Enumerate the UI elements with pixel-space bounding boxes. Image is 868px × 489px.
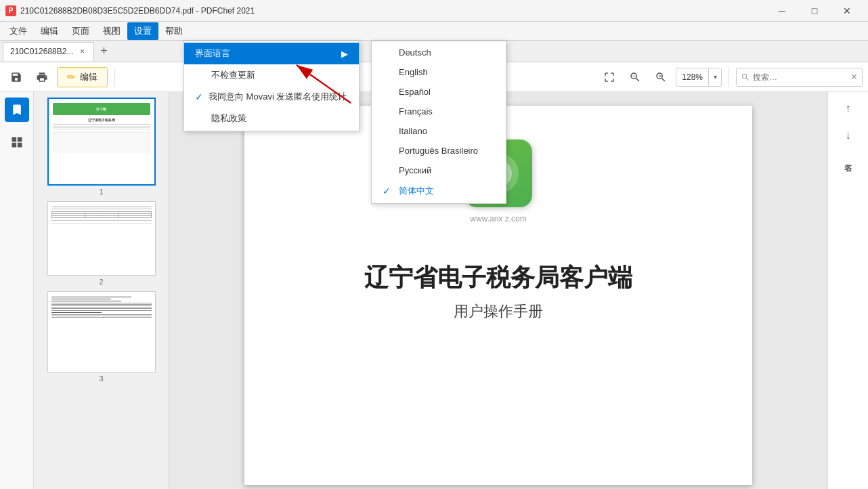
menu-file[interactable]: 文件 [3, 22, 34, 40]
lang-en-label: English [399, 67, 428, 77]
edit-icon: ✏ [67, 71, 76, 83]
menu-edit[interactable]: 编辑 [34, 22, 65, 40]
edit-label: 编辑 [80, 71, 97, 83]
search-box: ✕ [736, 68, 863, 87]
lang-zh-check-icon: ✓ [383, 186, 393, 196]
settings-noupdate-item[interactable]: 不检查更新 [184, 64, 359, 86]
lang-item-fr[interactable]: Français [372, 102, 506, 121]
analytics-check-icon: ✓ [195, 91, 203, 102]
lang-item-it[interactable]: Italiano [372, 121, 506, 141]
sidebar-icon-bookmark[interactable] [5, 98, 29, 122]
search-icon [741, 72, 750, 82]
pdf-subtitle: 用户操作手册 [454, 301, 543, 322]
pdf-main-title: 辽宁省电子税务局客户端 [364, 261, 632, 295]
menu-help[interactable]: 帮助 [158, 22, 190, 40]
window-controls: ─ □ ✕ [766, 0, 863, 22]
language-submenu: Deutsch English Español Français Italian… [371, 41, 506, 204]
menu-settings[interactable]: 设置 [127, 22, 158, 40]
thumb-label-2: 2 [99, 278, 103, 286]
zoom-dropdown-arrow[interactable]: ▾ [709, 68, 721, 87]
menu-view[interactable]: 视图 [96, 22, 127, 40]
zoom-value[interactable]: 128% [676, 68, 709, 86]
settings-analytics-item[interactable]: ✓ 我同意向 Movavi 发送匿名使用统计 [184, 86, 359, 108]
title-bar-left: P 210C012688B2DB08D3E5C5D2EDB6DD74.pdf -… [5, 5, 255, 16]
lang-pt-label: Português Brasileiro [399, 146, 478, 156]
lang-item-zh[interactable]: ✓ 简体中文 [372, 180, 506, 202]
settings-analytics-label: 我同意向 Movavi 发送匿名使用统计 [209, 91, 347, 103]
settings-language-label: 界面语言 [195, 47, 230, 60]
edit-button[interactable]: ✏ 编辑 [57, 67, 108, 87]
zoom-control[interactable]: 128% ▾ [676, 68, 722, 87]
lang-item-pt[interactable]: Português Brasileiro [372, 141, 506, 161]
lang-fr-label: Français [399, 106, 433, 116]
print-button[interactable] [31, 66, 53, 88]
lang-zh-label: 简体中文 [399, 185, 434, 197]
sidebar-icon-grid[interactable] [5, 130, 29, 154]
thumb-image-1: 安下载 辽宁省电子税务局 [47, 98, 156, 186]
thumb-label-3: 3 [99, 375, 103, 383]
settings-privacy-item[interactable]: 隐私政策 [184, 108, 359, 129]
search-input[interactable] [753, 72, 848, 82]
sidebar [0, 92, 34, 489]
thumb-label-1: 1 [99, 188, 103, 196]
toolbar-separator-2 [729, 68, 729, 87]
lang-es-label: Español [399, 87, 431, 97]
submenu-arrow: ▶ [341, 49, 348, 59]
window-title: 210C012688B2DB08D3E5C5D2EDB6DD74.pdf - P… [20, 6, 255, 16]
tab-close-button[interactable]: × [77, 47, 87, 56]
lang-item-en[interactable]: English [372, 62, 506, 82]
app-icon: P [5, 5, 16, 16]
lang-item-ru[interactable]: Русский [372, 161, 506, 180]
lang-ru-label: Русский [399, 165, 431, 175]
tab-add-button[interactable]: + [94, 42, 113, 61]
lang-item-es[interactable]: Español [372, 82, 506, 102]
right-toolbar: 128% ▾ ✕ [599, 66, 863, 88]
lang-de-label: Deutsch [399, 47, 431, 58]
settings-language-item[interactable]: 界面语言 ▶ [184, 43, 359, 64]
menu-page[interactable]: 页面 [65, 22, 96, 40]
thumbnail-panel: 安下载 辽宁省电子税务局 1 [34, 92, 169, 489]
search-clear-button[interactable]: ✕ [850, 72, 858, 82]
thumbnail-1[interactable]: 安下载 辽宁省电子税务局 1 [39, 98, 163, 196]
thumb-image-3 [47, 291, 156, 373]
settings-menu: 界面语言 ▶ 不检查更新 ✓ 我同意向 Movavi 发送匿名使用统计 隐私政策 [183, 41, 360, 131]
thumb-image-2 [47, 201, 156, 276]
settings-privacy-label: 隐私政策 [211, 112, 246, 125]
menu-bar: 文件 编辑 页面 视图 设置 帮助 [0, 22, 868, 41]
scroll-up-button[interactable]: ↑ [838, 98, 859, 119]
tab-main[interactable]: 210C012688B2... × [3, 42, 94, 61]
zoom-in-button[interactable] [650, 66, 672, 88]
minimize-button[interactable]: ─ [766, 0, 798, 22]
lang-it-label: Italiano [399, 126, 427, 136]
thumbnail-2[interactable]: 2 [39, 201, 163, 286]
tab-label: 210C012688B2... [10, 47, 73, 56]
zoom-out-button[interactable] [624, 66, 646, 88]
thumbnail-3[interactable]: 3 [39, 291, 163, 383]
right-panel: ↑ ↓ 签名 [827, 92, 868, 489]
title-bar: P 210C012688B2DB08D3E5C5D2EDB6DD74.pdf -… [0, 0, 868, 22]
toolbar-separator-1 [114, 68, 115, 87]
save-button[interactable] [5, 66, 27, 88]
scroll-down-button[interactable]: ↓ [838, 125, 859, 146]
fit-page-button[interactable] [599, 66, 620, 88]
site-url: www.anx z.com [470, 214, 526, 224]
close-button[interactable]: ✕ [831, 0, 863, 22]
lang-item-de[interactable]: Deutsch [372, 43, 506, 62]
maximize-button[interactable]: □ [799, 0, 830, 22]
settings-noupdate-label: 不检查更新 [211, 69, 255, 81]
